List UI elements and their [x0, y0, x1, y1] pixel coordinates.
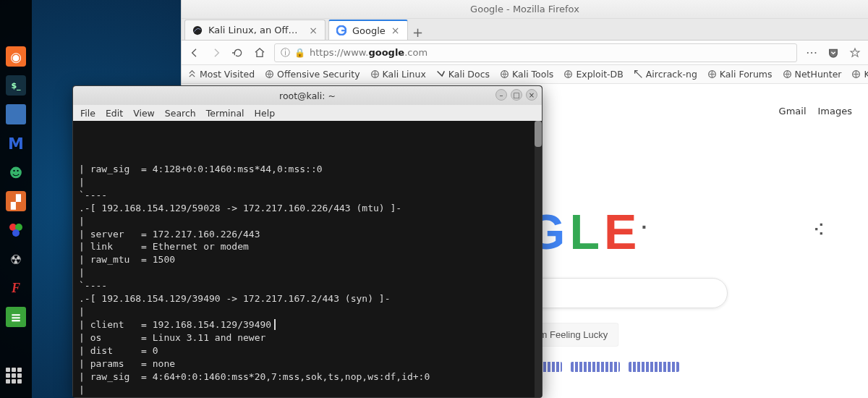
show-applications-icon[interactable]	[6, 368, 26, 388]
close-button[interactable]: ×	[526, 89, 537, 101]
menu-search[interactable]: Search	[165, 108, 196, 119]
dock-wine-icon[interactable]: ☢	[6, 249, 26, 269]
forward-button[interactable]	[209, 46, 224, 60]
menu-file[interactable]: File	[80, 108, 95, 119]
dock-terminal-icon[interactable]: $_	[6, 75, 26, 96]
svg-point-2	[12, 229, 20, 237]
terminal-line: .-[ 192.168.154.129/39490 -> 172.217.167…	[79, 292, 536, 305]
minimize-button[interactable]: –	[495, 89, 507, 101]
terminal-line: `----	[79, 279, 536, 292]
bookmark-kalitools[interactable]: Kali Tools	[500, 69, 553, 80]
dock-notes-icon[interactable]: ≡	[6, 307, 26, 327]
dock-colors-icon[interactable]	[6, 220, 26, 240]
bookmark-kalidocs[interactable]: Kali Docs	[436, 69, 490, 80]
svg-rect-5	[341, 30, 345, 31]
terminal-line: .-[ 192.168.154.129/59028 -> 172.217.160…	[79, 202, 536, 215]
terminal-line: | dist = 0	[79, 344, 536, 357]
terminal-scrollbar[interactable]	[535, 121, 542, 397]
bookmark-nethunter[interactable]: NetHunter	[783, 69, 842, 80]
link-gmail[interactable]: Gmail	[779, 106, 807, 117]
page-actions-icon[interactable]: ⋯	[804, 46, 819, 60]
dock: ◉ $_ M ☻ ▞ ☢ F ≡	[0, 0, 32, 398]
lock-icon: 🔒	[294, 48, 305, 58]
language-link[interactable]	[571, 362, 620, 372]
pocket-icon[interactable]	[826, 46, 841, 60]
terminal-line: |	[79, 266, 536, 279]
firefox-tabstrip: Kali Linux, an Offensive Secu × Google ×…	[182, 19, 868, 41]
bookmark-most-visited[interactable]: Most Visited	[187, 69, 255, 80]
menu-terminal[interactable]: Terminal	[206, 108, 244, 119]
dock-firefox-icon[interactable]: ◉	[6, 46, 26, 67]
kali-favicon-icon	[192, 25, 203, 35]
bookmark-kali[interactable]: Kali Linux	[370, 69, 426, 80]
terminal-line: | os = Linux 3.11 and newer	[79, 331, 536, 344]
terminal-line: |	[79, 305, 536, 318]
new-tab-button[interactable]: +	[408, 25, 428, 40]
bookmarks-toolbar: Most Visited Offensive Security Kali Lin…	[182, 65, 868, 84]
url-text: https://www.google.com	[310, 47, 427, 58]
tab-kali-linux[interactable]: Kali Linux, an Offensive Secu ×	[184, 20, 326, 40]
tab-google[interactable]: Google ×	[328, 20, 408, 40]
dock-files-icon[interactable]	[6, 104, 26, 124]
terminal-line: `----	[79, 397, 536, 397]
scrollbar-thumb[interactable]	[535, 121, 542, 147]
site-info-icon[interactable]: ⓘ	[281, 46, 290, 59]
svg-point-3	[193, 25, 202, 34]
terminal-menubar: File Edit View Search Terminal Help	[73, 105, 542, 121]
terminal-line: | params = none	[79, 357, 536, 371]
terminal-line: | raw_sig = 4:64+0:0:1460:mss*20,7:mss,s…	[79, 371, 536, 384]
bookmark-kalitrain[interactable]: Kali Train	[851, 69, 868, 80]
share-icon[interactable]: ⠪	[813, 221, 825, 240]
dock-metasploit-icon[interactable]: M	[6, 133, 26, 153]
menu-edit[interactable]: Edit	[106, 108, 123, 119]
bookmark-star-icon[interactable]	[848, 46, 862, 60]
google-favicon-icon	[336, 25, 346, 35]
tab-label: Kali Linux, an Offensive Secu	[208, 25, 303, 35]
firefox-titlebar: Google - Mozilla Firefox	[182, 0, 868, 19]
terminal-line: | raw_mtu = 1500	[79, 253, 536, 266]
dock-armitage-icon[interactable]: ☻	[6, 162, 26, 182]
bookmark-kaliforums[interactable]: Kali Forums	[707, 69, 773, 80]
terminal-titlebar[interactable]: root@kali: ~ – □ ×	[73, 86, 542, 105]
terminal-line: `----	[79, 189, 536, 202]
google-top-links: Gmail Images	[779, 106, 852, 117]
link-images[interactable]: Images	[818, 106, 853, 117]
terminal-line: |	[79, 176, 536, 189]
terminal-title: root@kali: ~	[279, 90, 336, 101]
text-cursor	[274, 319, 276, 330]
dock-filezilla-icon[interactable]: F	[6, 278, 26, 298]
bookmark-exploitdb[interactable]: Exploit-DB	[563, 69, 623, 80]
terminal-line: |	[79, 215, 536, 228]
back-button[interactable]	[187, 46, 202, 60]
maximize-button[interactable]: □	[511, 89, 522, 101]
terminal-output[interactable]: | raw_sig = 4:128+0:0:1460:mss*44,0:mss:…	[73, 121, 542, 397]
language-link[interactable]	[629, 362, 679, 372]
close-icon[interactable]: ×	[309, 25, 318, 36]
bookmark-offsec[interactable]: Offensive Security	[265, 69, 359, 80]
menu-view[interactable]: View	[133, 108, 155, 119]
tab-label: Google	[352, 25, 386, 36]
terminal-line: | link = Ethernet or modem	[79, 240, 536, 253]
url-bar[interactable]: ⓘ 🔒 https://www.google.com	[274, 43, 797, 62]
menu-help[interactable]: Help	[255, 108, 276, 119]
window-title: Google - Mozilla Firefox	[470, 4, 579, 14]
firefox-nav-toolbar: ⓘ 🔒 https://www.google.com ⋯	[182, 41, 868, 65]
terminal-line: | raw_sig = 4:128+0:0:1460:mss*44,0:mss:…	[79, 163, 536, 176]
terminal-line: | server = 172.217.160.226/443	[79, 228, 536, 241]
terminal-window: root@kali: ~ – □ × File Edit View Search…	[72, 85, 542, 398]
terminal-line: |	[79, 384, 536, 397]
home-button[interactable]	[252, 46, 267, 60]
terminal-line: | client = 192.168.154.129/39490	[79, 318, 536, 331]
bookmark-aircrack[interactable]: Aircrack-ng	[634, 69, 697, 80]
reload-button[interactable]	[231, 46, 245, 60]
dock-burp-icon[interactable]: ▞	[6, 191, 26, 211]
close-icon[interactable]: ×	[391, 25, 400, 36]
